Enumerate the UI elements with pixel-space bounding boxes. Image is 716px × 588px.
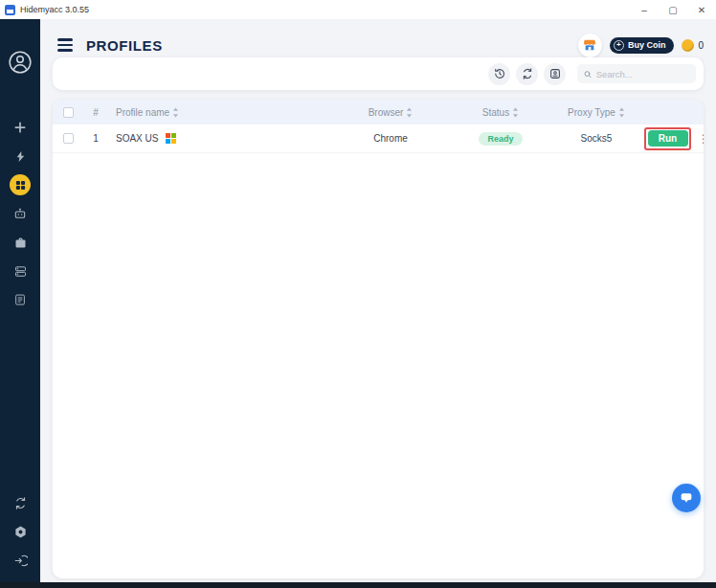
coin-icon xyxy=(682,39,694,52)
column-index[interactable]: # xyxy=(83,107,108,118)
new-profile-plus-icon[interactable] xyxy=(0,113,40,142)
logout-icon[interactable] xyxy=(0,546,40,575)
sidebar xyxy=(0,19,40,582)
history-button[interactable] xyxy=(488,63,510,85)
annotation-highlight-box: Run xyxy=(644,127,691,150)
browser-cell: Chrome xyxy=(328,133,453,144)
page-title: PROFILES xyxy=(86,37,163,54)
minimize-button[interactable]: – xyxy=(630,0,659,19)
proxy-type-cell: Socks5 xyxy=(548,133,644,144)
status-cell: Ready xyxy=(453,132,548,146)
store-button[interactable] xyxy=(578,34,602,57)
sort-icon xyxy=(172,107,179,118)
app-logo-icon xyxy=(5,5,15,15)
row-actions: Run ⋮ xyxy=(644,127,704,150)
window-title: Hidemyacc 3.0.55 xyxy=(20,5,89,14)
notes-icon[interactable] xyxy=(0,285,40,314)
search-box xyxy=(577,64,696,83)
store-icon xyxy=(582,37,597,53)
row-checkbox[interactable] xyxy=(63,133,74,144)
account-icon[interactable] xyxy=(0,46,40,79)
column-proxy-type[interactable]: Proxy Type xyxy=(548,107,644,118)
coin-balance-value: 0 xyxy=(698,40,704,51)
select-all-checkbox[interactable] xyxy=(63,107,74,118)
toolbar xyxy=(53,57,704,90)
settings-gear-icon[interactable] xyxy=(0,517,40,546)
table-header-row: # Profile name Browser Status xyxy=(53,100,704,124)
run-button[interactable]: Run xyxy=(648,130,688,147)
window-titlebar: Hidemyacc 3.0.55 – ▢ ✕ xyxy=(0,0,716,19)
maximize-button[interactable]: ▢ xyxy=(659,0,687,19)
coin-balance: 0 xyxy=(682,39,704,52)
column-status[interactable]: Status xyxy=(453,107,548,118)
sidebar-item-profiles[interactable] xyxy=(0,170,40,199)
automation-robot-icon[interactable] xyxy=(0,199,40,228)
team-briefcase-icon[interactable] xyxy=(0,228,40,257)
table-row: 1 SOAX US Chrome Ready Socks5 Run xyxy=(53,124,704,153)
profiles-grid-icon xyxy=(10,174,31,195)
history-icon xyxy=(493,67,506,80)
buy-coin-button[interactable]: + Buy Coin xyxy=(610,37,675,54)
row-index: 1 xyxy=(83,133,108,144)
sort-icon xyxy=(512,107,519,118)
sort-icon xyxy=(618,107,625,118)
proxy-server-icon[interactable] xyxy=(0,257,40,285)
column-browser[interactable]: Browser xyxy=(328,107,453,118)
chat-support-button[interactable] xyxy=(672,484,701,512)
windows-os-icon xyxy=(166,133,176,144)
buy-coin-label: Buy Coin xyxy=(628,40,666,50)
row-menu-dots-icon[interactable]: ⋮ xyxy=(696,133,704,145)
search-icon xyxy=(583,69,593,79)
device-icon xyxy=(548,67,562,80)
chat-bubble-icon xyxy=(679,490,694,506)
lightning-icon[interactable] xyxy=(0,142,40,170)
column-profile-name[interactable]: Profile name xyxy=(108,107,328,118)
refresh-button[interactable] xyxy=(516,63,538,85)
profile-name: SOAX US xyxy=(116,133,158,144)
profile-name-cell: SOAX US xyxy=(108,133,328,144)
device-sync-button[interactable] xyxy=(544,63,566,85)
refresh-icon xyxy=(521,67,534,80)
status-badge: Ready xyxy=(479,132,522,146)
plus-icon: + xyxy=(614,40,624,51)
close-button[interactable]: ✕ xyxy=(687,0,716,19)
window-bottom-edge xyxy=(0,582,716,588)
sort-icon xyxy=(406,107,413,118)
sync-icon[interactable] xyxy=(0,488,40,517)
window-controls: – ▢ ✕ xyxy=(630,0,716,19)
profiles-table: # Profile name Browser Status xyxy=(53,100,704,578)
search-input[interactable] xyxy=(596,69,690,79)
main-content: PROFILES + Buy Coin 0 xyxy=(40,19,716,582)
menu-hamburger-icon[interactable] xyxy=(57,38,73,51)
